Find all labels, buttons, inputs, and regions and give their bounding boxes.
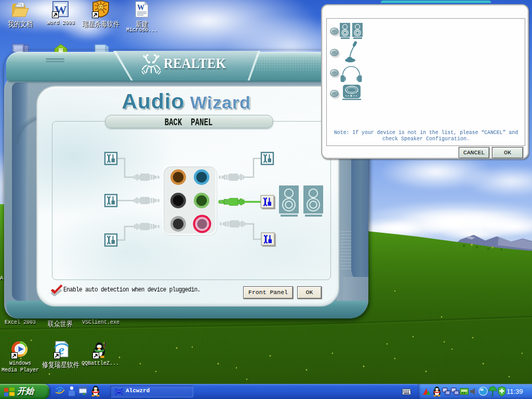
svg-text:W: W [137, 4, 144, 11]
